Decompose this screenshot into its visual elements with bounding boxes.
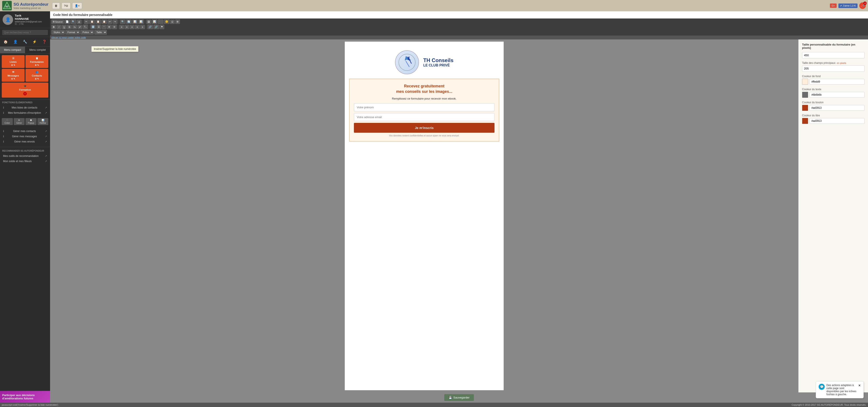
indent-button[interactable]: ⊕ [107, 25, 112, 29]
image-button[interactable]: 🖼 [146, 20, 151, 24]
align-justify-button[interactable]: ≡ [119, 25, 124, 29]
sidebar-link-solde[interactable]: Mon solde et mes filleuls ↗ [2, 158, 48, 164]
gplus-button[interactable]: G+ [830, 3, 837, 8]
font-select[interactable]: Police [80, 30, 94, 35]
listes-button[interactable]: ☰ Listes ⚙ ✎ [2, 55, 25, 68]
delete-button[interactable]: 🗑 [52, 3, 60, 9]
redo-button[interactable]: ↪ [113, 20, 118, 24]
formulaires-label: Formulaires [30, 61, 44, 63]
sidebar-link-outils[interactable]: Mes outils de recommandation ↗ [2, 153, 48, 158]
title-color-swatch[interactable] [802, 118, 808, 124]
nav-user-button[interactable]: 👤 [11, 39, 19, 45]
align-center-button[interactable]: ≡ [130, 25, 134, 29]
nav-home-button[interactable]: 🏠 [2, 39, 9, 45]
formation-badge: ! [23, 92, 27, 95]
rp-textcolor-input[interactable] [809, 92, 865, 97]
preview-email-input[interactable] [354, 113, 495, 121]
select-all-button[interactable]: 📊 [132, 20, 138, 24]
find-button[interactable]: 🔍 [120, 20, 126, 24]
copy-button[interactable]: 📋 [89, 20, 95, 24]
sidebar-link-gerer-contacts[interactable]: ℹ Gérer mes contacts ↗ [2, 128, 48, 134]
rp-width-input[interactable] [802, 52, 865, 58]
subscript-button[interactable]: x₂ [72, 25, 77, 29]
underline-button[interactable]: U [62, 25, 67, 29]
print-button[interactable]: 🖨 [76, 20, 82, 24]
sidebar-link-formulaires-inscription[interactable]: ℹ Mes formulaires d'inscription ↗ [2, 110, 48, 115]
formation-button[interactable]: 🎓 Formation ! [2, 83, 48, 97]
formulaires-button[interactable]: 📋 Formulaires ⚙ ✎ [26, 55, 48, 68]
new-doc-button[interactable]: 📄 [64, 20, 70, 24]
superscript-button[interactable]: x² [78, 25, 82, 29]
company-name: TH Conseils [423, 57, 454, 63]
sidebar-link-listes-contacts[interactable]: ℹ Mes listes de contacts ↗ [2, 105, 48, 110]
unlink-button[interactable]: 🔗 [153, 25, 159, 29]
top-bar: SG SG Autorépondeur Votre marketing pren… [0, 0, 868, 11]
ordered-list-button[interactable]: 🔢 [90, 25, 96, 29]
main-layout: 👤 Tarik HANNANE webmaster2net@gmail.com … [0, 11, 868, 403]
breadcrumb-link[interactable]: cliquer ici pour copier votre code [51, 36, 86, 39]
hrule-button[interactable]: ➖ [158, 20, 163, 24]
undo-button[interactable]: ↩ [107, 20, 112, 24]
bg-color-swatch[interactable] [802, 79, 808, 85]
rp-btncolor-input[interactable] [809, 105, 865, 111]
paste-text-button[interactable]: 📋 [101, 20, 107, 24]
align-left-button[interactable]: ≡ [124, 25, 129, 29]
strikethrough-button[interactable]: S [67, 25, 72, 29]
unordered-list-button[interactable]: ☰ [96, 25, 101, 29]
align-block-button[interactable]: ≡ [140, 25, 145, 29]
link-button[interactable]: 🔗 [147, 25, 153, 29]
table-button[interactable]: 📊 [152, 20, 157, 24]
gerer-button[interactable]: ⚙ Gérer [14, 118, 25, 125]
sidebar-link-gerer-messages[interactable]: ℹ Gérer mes messages ↗ [2, 134, 48, 139]
rp-fields-input[interactable] [802, 65, 865, 72]
size-select[interactable]: Taille [94, 30, 107, 35]
save-icon: 💾 [448, 396, 452, 399]
preview-button[interactable]: 🔍 [70, 20, 76, 24]
emoticon-button[interactable]: 😊 [164, 20, 169, 24]
replace-button[interactable]: 🔄 [126, 20, 132, 24]
italic-button[interactable]: I [57, 25, 61, 29]
paste-button[interactable]: 📋 [95, 20, 101, 24]
cut-button[interactable]: ✂ [84, 20, 89, 24]
menu-compact-button[interactable]: Menu compact [0, 47, 25, 53]
rp-titlecolor-input[interactable] [809, 118, 865, 124]
messages-button[interactable]: ✉ Messages ⚙ ✎ [2, 69, 25, 82]
nav-power-button[interactable]: ⚡ [31, 39, 38, 45]
preview-firstname-input[interactable] [354, 103, 495, 111]
nav-settings-button[interactable]: 🔧 [21, 39, 29, 45]
logo-area: SG SG Autorépondeur Votre marketing pren… [2, 1, 48, 10]
chat-close-button[interactable]: ✕ [858, 384, 861, 387]
like-button[interactable]: ✔ J'aime 1,0 K [838, 3, 858, 8]
styles-select[interactable]: Styles [51, 30, 65, 35]
preview-submit-button[interactable]: Je m'inscris [354, 123, 495, 133]
contacts-button[interactable]: 👥 Contacts ⚙ ✎ [26, 69, 48, 82]
promo-banner[interactable]: Participer aux décisions d'améliorations… [0, 391, 50, 403]
helbar-button[interactable]: 📊 HelBar [37, 118, 49, 125]
rp-bgcolor-input[interactable] [809, 79, 865, 85]
iframe-button[interactable]: ⊞ [175, 20, 180, 24]
nav-help-button[interactable]: ❓ [40, 39, 48, 45]
save-button[interactable]: 💾 Sauvegarder [444, 394, 474, 401]
source-button[interactable]: ⊞ Source [51, 20, 64, 24]
search-input[interactable] [2, 30, 48, 35]
bold-button[interactable]: B [51, 25, 56, 29]
align-right-button[interactable]: ≡ [135, 25, 140, 29]
clear-format-button[interactable]: Tₓ [83, 25, 88, 29]
format-select[interactable]: Format [65, 30, 80, 35]
help-button[interactable]: ?⊙ [62, 3, 70, 9]
text-color-swatch[interactable] [802, 92, 808, 98]
creer-button[interactable]: ➕ Créer [2, 118, 13, 125]
blockquote-button[interactable]: " [102, 25, 106, 29]
popup-button[interactable]: 🔲 Popup [26, 118, 37, 125]
spellcheck-button[interactable]: 📊 [138, 20, 144, 24]
menu-full-button[interactable]: Menu complet [25, 47, 50, 53]
anchor-button[interactable]: ⚑ [159, 25, 164, 29]
sidebar-link-gerer-envois[interactable]: ℹ Gérer mes envois ↗ [2, 139, 48, 144]
button-color-swatch[interactable] [802, 105, 808, 111]
outdent-button[interactable]: ⊖ [112, 25, 117, 29]
special-char-button[interactable]: Ω [170, 20, 175, 24]
listes-label: Listes [10, 61, 17, 63]
notifications-button[interactable]: 📣 10 [859, 2, 866, 9]
add-user-button[interactable]: 👤+ [72, 3, 82, 9]
svg-point-2 [399, 54, 415, 70]
